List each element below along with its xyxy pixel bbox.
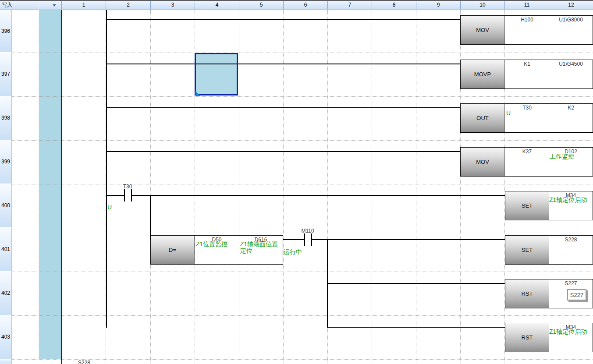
row-header-402: 402 (0, 272, 12, 315)
device-comment-d102: 工作监控 (550, 153, 574, 160)
write-mode-label: 写入 (0, 1, 39, 10)
window-top-border (0, 0, 593, 1)
operand-source: H100 (505, 17, 549, 23)
rung-403-line (327, 327, 505, 328)
compare-mnemonic: D= (151, 236, 195, 264)
edit-cursor-icon (195, 91, 200, 96)
branch-line-401-403 (327, 240, 328, 328)
column-header-5: 5 (239, 1, 283, 10)
device-comment-m34: Z1轴定位启动 (549, 197, 587, 203)
instruction-mnemonic: OUT (461, 104, 505, 132)
operand-value: K2 (549, 105, 593, 111)
rung-401-line (312, 239, 505, 240)
mode-dropdown[interactable] (39, 1, 61, 10)
rung-401-line (283, 239, 304, 240)
branch-line-400-401 (150, 195, 151, 240)
device-comment-d616: Z1轴端面位置定位 (240, 241, 283, 254)
rung-400-line (131, 195, 505, 196)
rung-402-line (327, 283, 505, 284)
edit-range-strip (39, 10, 62, 359)
column-header-6: 6 (283, 1, 327, 10)
contact-t30-marker: U (107, 204, 112, 211)
row-header-399: 399 (0, 140, 12, 184)
rung-399-line (106, 151, 460, 152)
operand-dest: U1\G4500 (549, 61, 593, 67)
instruction-mnemonic: MOVP (461, 60, 505, 88)
instruction-mnemonic: RST (505, 323, 549, 352)
instruction-block-out-398[interactable]: OUT T30 K2 U (460, 103, 593, 133)
column-header-11: 11 (504, 1, 549, 10)
device-marker: U (506, 110, 511, 117)
grid-line (12, 315, 593, 316)
instruction-mnemonic: RST (505, 279, 549, 308)
device-tooltip: S227 (567, 289, 586, 300)
contact-t30[interactable] (124, 189, 125, 201)
contact-m110-comment: 运行中 (284, 249, 302, 255)
branch-bus-line (106, 10, 107, 328)
instruction-block-rst-403[interactable]: RST M34 (505, 323, 593, 352)
column-header-2: 2 (106, 1, 150, 10)
left-power-rail (61, 10, 62, 364)
row-header-403: 403 (0, 315, 12, 359)
rung-397-line (106, 64, 460, 64)
instruction-block-set-401[interactable]: SET S228 (505, 235, 593, 265)
device-comment-m34: Z1轴定位启动 (549, 329, 587, 335)
row-header-401: 401 (0, 228, 12, 272)
column-header-3: 3 (150, 1, 195, 10)
contact-m110[interactable] (311, 233, 312, 246)
rung-396-line (106, 19, 460, 20)
row-header-404 (0, 359, 12, 364)
operand-device: S227 (549, 280, 593, 286)
row-header-398: 398 (0, 96, 12, 140)
column-header-12: 12 (549, 1, 593, 10)
contact-s228-label: S228 (71, 360, 97, 364)
grid-line (12, 140, 593, 141)
instruction-mnemonic: MOV (461, 148, 505, 176)
contact-t30[interactable] (131, 189, 132, 201)
grid-line (12, 272, 593, 272)
grid-line (12, 96, 593, 97)
column-header-8: 8 (372, 1, 416, 10)
operand-source: K37 (505, 148, 549, 155)
grid-line (12, 359, 593, 360)
column-header-1: 1 (61, 1, 106, 10)
contact-m110-label: M110 (295, 228, 321, 234)
operand-source: K1 (505, 61, 549, 67)
contact-m110[interactable] (304, 233, 305, 246)
row-header-396: 396 (0, 10, 12, 53)
rung-398-line (106, 107, 460, 108)
instruction-block-movp-397[interactable]: MOVP K1 U1\G4500 (460, 60, 593, 89)
column-header-7: 7 (327, 1, 372, 10)
column-header-4: 4 (195, 1, 239, 10)
column-header-9: 9 (416, 1, 460, 10)
row-header-397: 397 (0, 53, 12, 96)
instruction-mnemonic: MOV (461, 16, 505, 44)
grid-line (12, 184, 593, 184)
contact-t30-label: T30 (114, 184, 141, 190)
grid-line (12, 53, 593, 53)
rung-400-line (106, 195, 124, 196)
ladder-editor-window: 写入 1 2 3 4 5 6 7 8 9 10 11 12 396 397 39… (0, 0, 593, 364)
selection-cursor[interactable] (195, 53, 238, 95)
instruction-block-mov-399[interactable]: MOV K37 D102 (460, 147, 593, 177)
operand-dest: U1\G8000 (549, 17, 593, 23)
row-header-400: 400 (0, 184, 12, 228)
instruction-block-set-400[interactable]: SET M34 (505, 191, 593, 220)
chevron-down-icon (53, 4, 56, 7)
operand-device: S228 (549, 237, 593, 243)
instruction-mnemonic: SET (505, 236, 549, 264)
instruction-block-mov-396[interactable]: MOV H100 U1\G8000 (460, 15, 593, 45)
instruction-mnemonic: SET (505, 191, 549, 220)
column-header-10: 10 (460, 1, 504, 10)
operand-device: T30 (505, 105, 549, 111)
device-comment-d50: Z1位置监控 (196, 241, 227, 247)
